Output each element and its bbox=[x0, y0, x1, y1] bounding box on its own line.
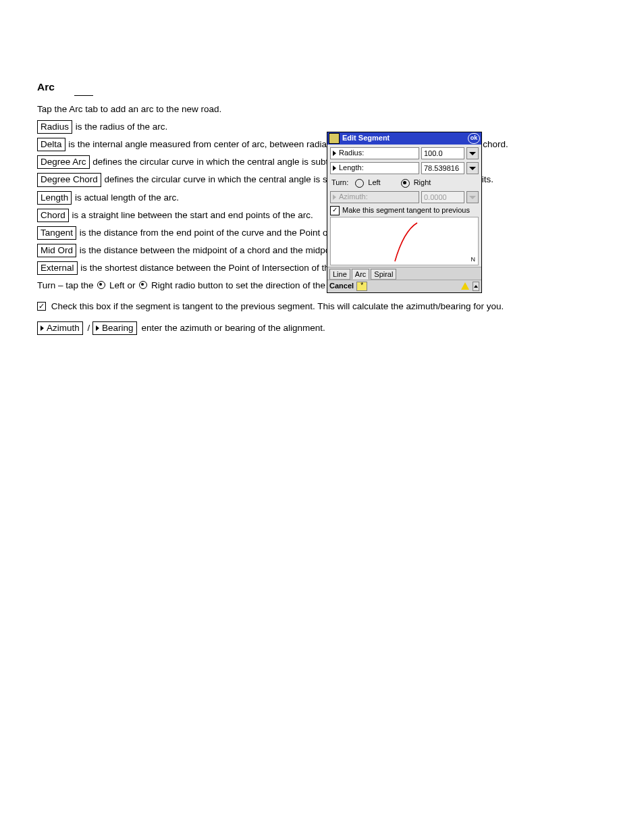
turn-right-radio[interactable] bbox=[401, 179, 410, 188]
term-chord: Chord bbox=[37, 209, 69, 222]
term-radius-text: is the radius of the arc. bbox=[76, 122, 168, 132]
ok-button[interactable]: ok bbox=[468, 133, 480, 144]
tangent-checkbox-label: Make this segment tangent to previous bbox=[342, 206, 470, 215]
bearing-label: Bearing bbox=[102, 323, 134, 333]
term-mid-ord: Mid Ord bbox=[37, 244, 76, 257]
radius-input[interactable]: 100.0 bbox=[421, 147, 464, 159]
radio-icon bbox=[139, 281, 147, 289]
checkbox-icon: ✓ bbox=[37, 302, 46, 311]
arrow-right-icon bbox=[96, 325, 99, 331]
term-radius: Radius bbox=[37, 120, 72, 134]
turn-right-text: Right bbox=[414, 178, 431, 187]
segment-preview: N bbox=[330, 217, 479, 265]
app-icon bbox=[329, 133, 340, 144]
section-intro: Tap the Arc tab to add an arc to the new… bbox=[37, 104, 607, 115]
arrow-right-icon bbox=[333, 165, 336, 171]
tab-arc[interactable]: Arc bbox=[352, 269, 370, 280]
azimuth-dropdown: Azimuth: bbox=[330, 191, 419, 203]
turn-left-text: Left bbox=[368, 178, 380, 187]
star-button[interactable]: * bbox=[356, 282, 367, 291]
azimuth-label: Azimuth bbox=[47, 323, 80, 333]
turn-mid: or bbox=[127, 280, 138, 290]
az-slash: / bbox=[88, 323, 93, 333]
menu-expand-button[interactable] bbox=[473, 282, 479, 291]
arrow-right-icon bbox=[333, 151, 336, 156]
turn-left-radio[interactable] bbox=[355, 179, 364, 188]
turn-prefix: Turn – tap the bbox=[37, 280, 96, 290]
length-input[interactable]: 78.539816 bbox=[421, 162, 464, 174]
turn-label: Turn: bbox=[331, 178, 348, 187]
term-tangent: Tangent bbox=[37, 226, 76, 240]
length-dropdown[interactable]: Length: bbox=[330, 162, 419, 174]
edit-segment-window: Edit Segment ok Radius: 100.0 Length: 78… bbox=[327, 132, 482, 293]
north-indicator: N bbox=[471, 256, 476, 263]
term-external: External bbox=[37, 261, 78, 275]
bearing-button: Bearing bbox=[92, 321, 137, 335]
arrow-right-icon bbox=[333, 194, 336, 200]
azbr-text: enter the azimuth or bearing of the alig… bbox=[141, 323, 325, 333]
arrow-right-icon bbox=[41, 325, 44, 331]
chevron-up-icon bbox=[474, 285, 478, 288]
window-title: Edit Segment bbox=[342, 134, 390, 142]
azimuth-label: Azimuth: bbox=[339, 192, 368, 201]
azimuth-button: Azimuth bbox=[37, 321, 83, 335]
term-length: Length bbox=[37, 191, 72, 205]
term-degree-arc: Degree Arc bbox=[37, 155, 90, 169]
cancel-button[interactable]: Cancel bbox=[329, 282, 354, 290]
turn-left-label: Left bbox=[109, 280, 125, 290]
length-label: Length: bbox=[339, 163, 364, 172]
term-chord-text: is a straight line between the start and… bbox=[72, 210, 313, 220]
term-length-text: is actual length of the arc. bbox=[75, 192, 179, 203]
azimuth-input: 0.0000 bbox=[421, 191, 464, 203]
chevron-down-icon bbox=[469, 196, 476, 199]
title-underline bbox=[74, 95, 93, 96]
turn-right-label: Right bbox=[151, 280, 173, 290]
warning-icon[interactable] bbox=[460, 282, 470, 290]
chevron-down-icon bbox=[469, 167, 476, 170]
radius-dropdown[interactable]: Radius: bbox=[330, 147, 419, 159]
tangent-checkbox-text: Check this box if the segment is tangent… bbox=[51, 301, 504, 311]
term-degree-chord: Degree Chord bbox=[37, 173, 101, 186]
radius-label: Radius: bbox=[339, 149, 364, 157]
tangent-checkbox[interactable]: ✓ bbox=[330, 206, 340, 215]
azimuth-units-dropdown bbox=[466, 191, 479, 203]
chevron-down-icon bbox=[469, 152, 476, 155]
tab-line[interactable]: Line bbox=[329, 269, 350, 280]
length-units-dropdown[interactable] bbox=[466, 162, 479, 174]
radius-units-dropdown[interactable] bbox=[466, 147, 479, 159]
section-title: Arc bbox=[37, 81, 607, 94]
term-delta: Delta bbox=[37, 138, 65, 151]
turn-suffix: radio button to set the direction of the… bbox=[175, 280, 343, 290]
tab-spiral[interactable]: Spiral bbox=[371, 269, 396, 280]
radio-icon bbox=[97, 281, 105, 289]
